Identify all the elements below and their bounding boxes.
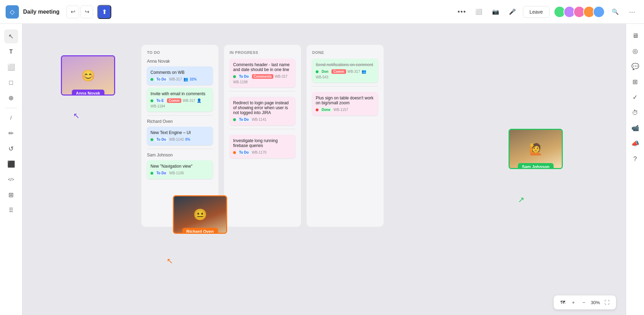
- done-column: DONE Send notifications on comment Don C…: [307, 45, 384, 227]
- more-options-button[interactable]: •••: [456, 6, 468, 18]
- comments-badge: Comm: [331, 69, 346, 74]
- status-badge: Don: [320, 69, 330, 74]
- section-divider: [312, 86, 378, 86]
- status-dot: [233, 75, 236, 78]
- status-dot: [150, 78, 153, 81]
- kanban-card[interactable]: Plus sign on table doesn't work on big/s…: [312, 92, 378, 115]
- wb-badge: WB-317: [348, 70, 360, 74]
- crop-tool[interactable]: ⊕: [4, 91, 18, 105]
- github-tool[interactable]: ◎: [629, 45, 642, 57]
- share-button[interactable]: ⬆: [97, 5, 111, 19]
- card-meta: To Do WB-1106: [150, 171, 209, 175]
- select-tool[interactable]: ↖: [4, 29, 18, 43]
- sam-video-feed: 🙋: [510, 130, 562, 168]
- card-meta: To Do WB-1142 0%: [150, 137, 209, 142]
- header: ◇ Daily meeting ↩ ↪ ⬆ ••• ⬜ 📷 🎤 Leave 🔍 …: [0, 0, 644, 24]
- mic-button[interactable]: 🎤: [506, 6, 519, 18]
- text-tool[interactable]: T: [4, 45, 18, 59]
- pen-tool[interactable]: ✏: [4, 126, 18, 140]
- kanban-card[interactable]: Comments on WB To Do WB-317 👥 32%: [147, 66, 213, 85]
- frame-tool[interactable]: ⬜: [4, 60, 18, 74]
- inprogress-column: IN PROGRESS Comments header - last name …: [224, 45, 301, 227]
- announce-tool[interactable]: 📣: [629, 137, 642, 150]
- video-tool[interactable]: 📹: [629, 122, 642, 134]
- canvas[interactable]: 😊 Anna Novak ↖ TO DO Anna Novak Comments…: [22, 24, 626, 315]
- wb2-badge: WB-1184: [150, 104, 165, 108]
- kanban-card[interactable]: Send notifications on comment Don Comm W…: [312, 59, 378, 83]
- status-badge: To E: [155, 98, 166, 103]
- fullscreen-button[interactable]: ⛶: [602, 298, 612, 307]
- wb2-badge: WB-1198: [233, 80, 248, 84]
- card-title: Comments header - last name and date sho…: [233, 62, 292, 72]
- wb-badge: WB-317: [183, 99, 195, 103]
- shape-tool[interactable]: □: [4, 76, 18, 90]
- progress-badge: 0%: [185, 138, 190, 141]
- kanban-card[interactable]: New "Navigation view" To Do WB-1106: [147, 160, 213, 179]
- card-title: New "Navigation view": [150, 164, 209, 169]
- card-title: Redirect to login page instead of showin…: [233, 100, 292, 115]
- zoom-in-button[interactable]: +: [568, 298, 578, 307]
- sidebar-divider: [6, 108, 17, 108]
- comments-tool[interactable]: 💬: [629, 60, 642, 73]
- rotate-tool[interactable]: ↺: [4, 142, 18, 156]
- kanban-card[interactable]: Invite with email in comments To E Comm …: [147, 88, 213, 112]
- undo-button[interactable]: ↩: [66, 6, 79, 18]
- status-dot: [150, 138, 153, 141]
- timer-tool[interactable]: ⏱: [629, 106, 642, 119]
- help-tool[interactable]: ?: [629, 153, 642, 165]
- progress-badge: 32%: [190, 77, 197, 81]
- done-col-title: DONE: [312, 50, 378, 55]
- anna-cursor: ↖: [73, 111, 79, 120]
- wb-badge: WB-317: [169, 77, 182, 81]
- zoom-out-button[interactable]: −: [579, 298, 589, 307]
- apps-tool[interactable]: ⠿: [4, 203, 18, 217]
- card-title: New Text Engine – UI: [150, 130, 209, 135]
- undo-redo-group: ↩ ↪: [66, 6, 93, 18]
- assignee-icon: 👥: [183, 77, 188, 82]
- search-button[interactable]: 🔍: [609, 6, 622, 18]
- card-title: Investigate long running firebase querie…: [233, 138, 292, 148]
- card-meta: To Do WB-317 👥 32%: [150, 77, 209, 82]
- extra-options-button[interactable]: ⋯: [626, 6, 638, 18]
- kanban-card[interactable]: Comments header - last name and date sho…: [230, 59, 295, 88]
- status-dot: [316, 108, 318, 111]
- section-divider: [230, 91, 295, 91]
- tasks-tool[interactable]: ✓: [629, 91, 642, 104]
- wb-badge: WB-1141: [252, 118, 267, 121]
- assignee-icon: 👥: [362, 69, 366, 74]
- card-meta: To E Comm WB-317 👤 WB-1184: [150, 98, 209, 108]
- grid-tool[interactable]: ⊞: [629, 76, 642, 88]
- redo-button[interactable]: ↪: [80, 6, 93, 18]
- status-badge: To Do: [155, 137, 168, 142]
- monitor-tool[interactable]: 🖥: [629, 29, 642, 42]
- leave-button[interactable]: Leave: [523, 6, 550, 18]
- anna-section-label: Anna Novak: [147, 59, 213, 64]
- wb-badge: WB-1170: [252, 150, 267, 154]
- richard-section-label: Richard Oven: [147, 119, 213, 124]
- section-divider: [147, 115, 213, 115]
- comments-badge: Comm: [167, 98, 181, 103]
- wb2-badge: WB-543: [316, 75, 328, 79]
- code-tool[interactable]: </>: [4, 173, 18, 187]
- right-sidebar: 🖥 ◎ 💬 ⊞ ✓ ⏱ 📹 📣 ?: [626, 24, 644, 315]
- status-dot: [233, 118, 236, 121]
- section-divider: [230, 129, 295, 129]
- image-tool[interactable]: ⬛: [4, 157, 18, 171]
- video-button[interactable]: 📷: [489, 6, 502, 18]
- page-title: Daily meeting: [23, 9, 59, 15]
- card-title: Comments on WB: [150, 70, 209, 75]
- kanban-card[interactable]: Redirect to login page instead of showin…: [230, 97, 295, 125]
- kanban-card[interactable]: Investigate long running firebase querie…: [230, 135, 295, 158]
- sam-section-label: Sam Johnson: [147, 153, 213, 158]
- minimap-button[interactable]: 🗺: [558, 298, 568, 307]
- kanban-card[interactable]: New Text Engine – UI To Do WB-1142 0%: [147, 127, 213, 145]
- present-button[interactable]: ⬜: [472, 6, 485, 18]
- section-divider: [147, 149, 213, 149]
- table-tool[interactable]: ⊞: [4, 188, 18, 202]
- bottom-bar: 🗺 + − 30% ⛶: [554, 295, 616, 309]
- line-tool[interactable]: /: [4, 111, 18, 125]
- richard-video-feed: 😐: [174, 196, 226, 233]
- sam-video: 🙋 Sam Johnson: [509, 129, 563, 169]
- anna-video-feed: 😊: [62, 56, 114, 94]
- avatar[interactable]: [593, 6, 605, 18]
